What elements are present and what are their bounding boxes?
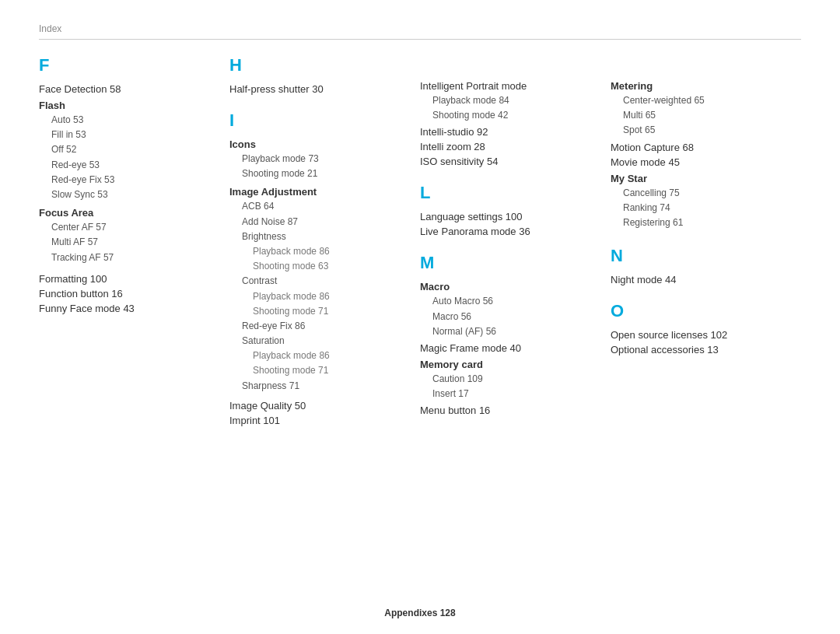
entry-ia-sharpness: Sharpness 71 [229,379,404,394]
entry-macro-macro: Macro 56 [420,310,595,324]
entry-flash: Flash [39,100,214,111]
entry-flash-auto: Auto 53 [39,113,214,128]
entry-ia-contrast: Contrast [229,274,404,289]
footer-prefix: Appendixes [384,608,437,618]
entry-ia-brightness: Brightness [229,229,404,244]
entry-magic-frame: Magic Frame mode 40 [420,342,595,354]
entry-ia-acb: ACB 64 [229,199,404,214]
letter-f: F [39,55,214,75]
entry-mystar-registering: Registering 61 [611,215,786,230]
entry-function-button: Function button 16 [39,288,214,299]
entry-intelli-zoom: Intelli zoom 28 [420,141,595,152]
entry-metering-spot: Spot 65 [611,123,786,138]
entry-ia-saturation: Saturation [229,334,404,349]
entry-focus-area: Focus Area [39,207,214,219]
entry-flash-redeyefix: Red-eye Fix 53 [39,173,214,187]
entry-menu-button: Menu button 16 [420,405,595,416]
entry-intelli-studio: Intelli-studio 92 [420,126,595,138]
index-columns: F Face Detection 58 Flash Auto 53 Fill i… [39,55,801,428]
col-ilm: Intelligent Portrait mode Playback mode … [420,55,611,428]
entry-image-quality: Image Quality 50 [229,400,404,412]
entry-icons: Icons [229,138,404,150]
entry-motion-capture: Motion Capture 68 [611,142,786,153]
page: Index F Face Detection 58 Flash Auto 53 … [0,0,840,634]
entry-formatting: Formatting 100 [39,273,214,285]
entry-iso-sensitivity: ISO sensitivity 54 [420,156,595,167]
entry-ia-redeyefix: Red-eye Fix 86 [229,319,404,334]
entry-mc-caution: Caution 109 [420,372,595,387]
entry-ia-saturation-playback: Playback mode 86 [229,349,404,363]
entry-flash-slowsync: Slow Sync 53 [39,187,214,202]
header-label: Index [39,23,801,34]
letter-m: M [420,253,595,273]
footer: Appendixes 128 [0,608,840,618]
letter-l: L [420,183,595,203]
entry-mystar-cancelling: Cancelling 75 [611,186,786,201]
entry-focus-center: Center AF 57 [39,220,214,235]
entry-ia-addnoise: Add Noise 87 [229,215,404,229]
header-divider [39,39,801,40]
entry-flash-fillin: Fill in 53 [39,128,214,142]
entry-memory-card: Memory card [420,359,595,370]
letter-i: I [229,110,404,131]
entry-ip-shooting: Shooting mode 42 [420,108,595,123]
entry-macro-auto: Auto Macro 56 [420,294,595,309]
entry-half-press: Half-press shutter 30 [229,83,404,95]
entry-imprint: Imprint 101 [229,415,404,426]
col-f: F Face Detection 58 Flash Auto 53 Fill i… [39,55,229,428]
entry-funny-face: Funny Face mode 43 [39,303,214,314]
col-hi: H Half-press shutter 30 I Icons Playback… [229,55,420,428]
entry-focus-multi: Multi AF 57 [39,235,214,250]
entry-ia-contrast-shooting: Shooting mode 71 [229,304,404,319]
entry-ia-contrast-playback: Playback mode 86 [229,289,404,304]
entry-metering: Metering [611,80,786,92]
entry-live-panorama: Live Panorama mode 36 [420,226,595,237]
entry-image-adjustment: Image Adjustment [229,186,404,198]
footer-page: 128 [440,608,456,618]
entry-macro-normal: Normal (AF) 56 [420,324,595,339]
entry-optional-accessories: Optional accessories 13 [611,344,786,356]
letter-h: H [229,55,404,75]
entry-ip-playback: Playback mode 84 [420,93,595,108]
entry-metering-cw: Center-weighted 65 [611,93,786,108]
entry-night-mode: Night mode 44 [611,274,786,285]
entry-macro: Macro [420,281,595,292]
entry-language: Language settings 100 [420,211,595,222]
entry-open-source: Open source licenses 102 [611,329,786,341]
entry-ia-brightness-shooting: Shooting mode 63 [229,259,404,274]
col-mno: Metering Center-weighted 65 Multi 65 Spo… [611,55,801,428]
entry-ia-saturation-shooting: Shooting mode 71 [229,363,404,378]
entry-focus-tracking: Tracking AF 57 [39,250,214,265]
entry-ia-brightness-playback: Playback mode 86 [229,244,404,259]
entry-metering-multi: Multi 65 [611,108,786,123]
entry-icons-playback: Playback mode 73 [229,152,404,166]
entry-mc-insert: Insert 17 [420,387,595,401]
entry-icons-shooting: Shooting mode 21 [229,166,404,181]
entry-flash-off: Off 52 [39,142,214,157]
entry-movie-mode: Movie mode 45 [611,156,786,168]
entry-my-star: My Star [611,173,786,184]
entry-flash-redeye: Red-eye 53 [39,158,214,173]
letter-o: O [611,301,786,321]
entry-face-detection: Face Detection 58 [39,83,214,95]
entry-intelligent-portrait: Intelligent Portrait mode [420,80,595,92]
letter-n: N [611,246,786,266]
entry-mystar-ranking: Ranking 74 [611,201,786,215]
